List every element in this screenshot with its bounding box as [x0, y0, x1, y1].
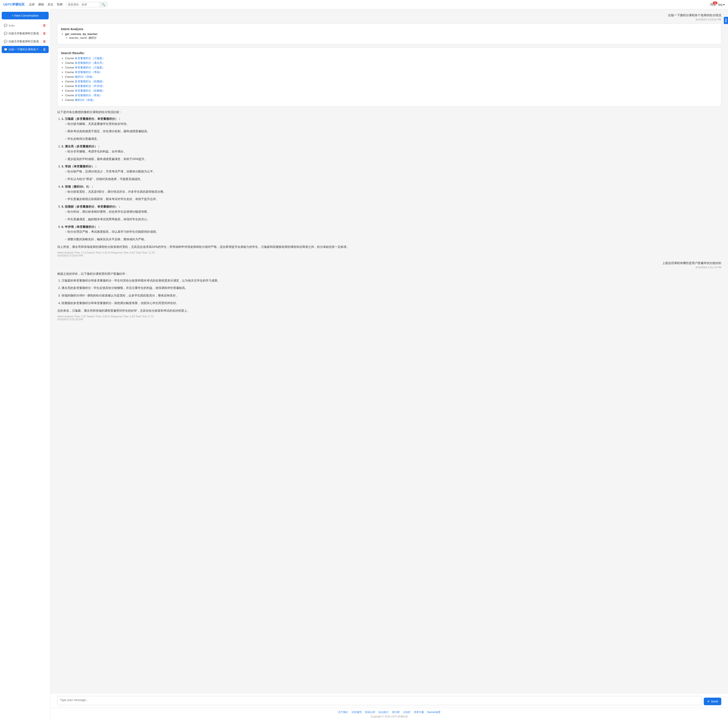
- teacher-point: 给分积动，调分标准相对透明，但也有学生反馈调分幅度有限。: [65, 209, 721, 214]
- ai-teachers-list: 1. 汪璇庭（多变量微积分、单变量微积分）：给分较为慷慨，尤其是重修学生受到友好…: [57, 116, 721, 242]
- search-input[interactable]: [66, 2, 100, 7]
- intent-card-function: get_courses_by_teacher: teacher_name: 微积…: [65, 32, 718, 40]
- send-button[interactable]: ✈ Send: [704, 698, 721, 705]
- course-list-item: Course 多变量微积分（段雅丽）: [65, 79, 718, 83]
- chat-icon-3: 💬: [4, 40, 8, 43]
- ai-response-1-timing: Intent Analysis Time: 2.13 Search Time: …: [57, 251, 721, 254]
- ai-summary: 综上所述，潘永亮和张瑞老师的课程给分政策相对宽松，尤其适合追求高GPA的学生；而…: [57, 244, 721, 249]
- teacher-point: 给分较为慷慨，尤其是重修学生受到友好对待。: [65, 122, 721, 127]
- delete-conv-3[interactable]: 🗑: [42, 40, 47, 43]
- input-area: ✈ Send: [50, 693, 728, 708]
- user-message-2-text: 上面这些课程有哪些是用户普遍评价比较好的: [662, 261, 721, 265]
- send-icon: ✈: [707, 700, 710, 703]
- course-link[interactable]: 单变量微积分（申伊境）: [75, 84, 105, 88]
- search-bar: 🔍: [66, 2, 107, 7]
- intent-card-title: Intent Analysis: [61, 27, 718, 31]
- intent-analysis-card: Intent Analysis get_courses_by_teacher: …: [57, 24, 721, 44]
- footer-link-item[interactable]: 公告栏: [403, 710, 411, 714]
- messages-button[interactable]: 消息 30: [710, 3, 716, 6]
- ai-response-2-timing: Intent Analysis Time: 2.97 Search Time: …: [57, 315, 721, 318]
- nav-kecheng[interactable]: 课程: [38, 3, 44, 6]
- popular-course-item: 汪璇庭的单变量微积分和多变量微积分 - 学生对其给分政策和期末考试的友善程度表示…: [61, 278, 721, 283]
- search-results-title: Search Results:: [61, 51, 718, 55]
- teacher-list-item: 5. 段雅丽（多变量微积分、单变量微积分）：给分积动，调分标准相对透明，但也有学…: [61, 204, 721, 222]
- course-link[interactable]: 多变量微积分（李娟）: [75, 94, 102, 97]
- ai-response-1-time: 9/14/2024, 6:29:43 PM: [57, 254, 721, 257]
- course-link[interactable]: 单变量微积分（李娟）: [75, 70, 102, 74]
- conversation-item-1[interactable]: 💬 1+1= 🗑: [2, 22, 49, 29]
- ai-response-2: 根据之前的评价，以下微积分课程受到用户普遍好评： 汪璇庭的单变量微积分和多变量微…: [57, 272, 721, 313]
- course-link[interactable]: 单变量微积分（段雅丽）: [75, 89, 105, 92]
- footer-link-item[interactable]: 培养方案: [414, 710, 424, 714]
- delete-conv-2[interactable]: 🗑: [42, 32, 47, 35]
- delete-conv-4[interactable]: 🗑: [42, 47, 47, 51]
- brand[interactable]: USTC评课社区: [3, 3, 24, 6]
- new-conversation-button[interactable]: + New Conversation: [2, 12, 49, 19]
- teacher-list-item: 1. 汪璇庭（多变量微积分、单变量微积分）：给分较为慷慨，尤其是重修学生受到友好…: [61, 116, 721, 142]
- footer-link-item[interactable]: 排行榜: [392, 710, 399, 714]
- ai-response-2-time: 9/14/2024, 6:31:20 PM: [57, 318, 721, 321]
- user-menu[interactable]: boj ▾: [718, 3, 725, 6]
- chat-icon-4: 💬: [4, 48, 8, 51]
- course-link[interactable]: 微积分I（张瑞）: [75, 75, 95, 78]
- footer-link-item[interactable]: Banner设置: [427, 710, 440, 714]
- course-list-item: Course 单变量微积分（李娟）: [65, 70, 718, 74]
- footer-link-item[interactable]: 投诉点评: [365, 710, 375, 714]
- conversation-item-4[interactable]: 💬 比较一下微积分课程各个老师... 🗑: [2, 46, 49, 53]
- nav-links: 点评 课程 关注 导师: [29, 3, 63, 6]
- footer-link-item[interactable]: 社区规范: [352, 710, 362, 714]
- delete-conv-1[interactable]: 🗑: [42, 24, 47, 27]
- user-message-2-time: 9/14/2024, 6:31:15 PM: [57, 266, 721, 269]
- course-list-item: Course 多变量微积分（汪璇庭）: [65, 57, 718, 60]
- nav-daoshi[interactable]: 导师: [57, 3, 63, 6]
- teacher-point: 学生认为给分"厚道"，但相对其他老师，可能更具挑战性。: [65, 177, 721, 182]
- course-link[interactable]: 多变量微积分（潘永亮）: [75, 61, 105, 64]
- teacher-point: 期末考试虽然难度不固定，存在调分机制，最终成绩普遍较高。: [65, 129, 721, 134]
- teacher-point: 给分较严格，且调分情况少，尽管考试严谨，但整体分配较为公平。: [65, 169, 721, 174]
- course-list-item: Course 多变量微积分（潘永亮）: [65, 61, 718, 65]
- course-link[interactable]: 微积分II（张瑞）: [75, 98, 95, 101]
- footer-link-item[interactable]: 关于我们: [338, 710, 348, 714]
- teacher-list-item: 6. 申伊境（单变量微积分）：给分合理且严格，考试难度较高，但认真学习的学生仍能…: [61, 225, 721, 242]
- conv-text-1: 1+1=: [9, 24, 15, 27]
- footer-link-item[interactable]: 站点统计: [379, 710, 388, 714]
- course-list-item: Course 单变量微积分（汪璇庭）: [65, 66, 718, 69]
- footer: 关于我们社区规范投诉点评站点统计排行榜公告栏培养方案Banner设置 Copyr…: [50, 708, 728, 721]
- conversation-item-2[interactable]: 💬 比较王作勤老师和王新茂老师... 🗑: [2, 30, 49, 37]
- teacher-point: 学生普遍满意，她的期末考试优秀率较高，体现对学生的关心。: [65, 217, 721, 222]
- nav-guanzhu[interactable]: 关注: [47, 3, 53, 6]
- main-layout: + New Conversation 💬 1+1= 🗑 💬 比较王作勤老师和王新…: [0, 9, 728, 721]
- fdi-badge[interactable]: FDI: [724, 17, 728, 24]
- user-message-1-text: 比较一下微积分课程各个老师的给分情况: [668, 14, 721, 17]
- course-link[interactable]: 多变量微积分（汪璇庭）: [75, 57, 105, 60]
- teacher-list-item: 4. 张瑞（微积分I、II）：给分政策宽松，尤其是II部分，调分情况存在，许多学…: [61, 184, 721, 202]
- teacher-point: 学生普遍反映绩点容易获得，期末考试对学生友好，有助于提升总评。: [65, 197, 721, 202]
- course-link[interactable]: 单变量微积分（汪璇庭）: [75, 66, 105, 69]
- intent-card-list: get_courses_by_teacher: teacher_name: 微积…: [61, 32, 718, 40]
- search-button[interactable]: 🔍: [100, 2, 107, 7]
- nav-dianping[interactable]: 点评: [29, 3, 35, 6]
- teacher-point: 给分非常慷慨，考虑学生的利益，合作调分。: [65, 149, 721, 154]
- sidebar: + New Conversation 💬 1+1= 🗑 💬 比较王作勤老师和王新…: [0, 9, 50, 721]
- content: 比较一下微积分课程各个老师的给分情况 9/14/2024, 6:29:32 PM…: [50, 9, 728, 721]
- user-label: boj: [718, 3, 722, 6]
- conversation-item-3[interactable]: 💬 比较王作勤老师和王新茂老师... 🗑: [2, 38, 49, 45]
- course-link[interactable]: 多变量微积分（段雅丽）: [75, 80, 105, 83]
- popular-course-item: 段雅丽的多变量微积分和单变量微积分 - 虽然调分幅度有限，但因关心学生而受到评价…: [61, 301, 721, 306]
- chat-icon-1: 💬: [4, 24, 8, 27]
- user-message-2-block: 上面这些课程有哪些是用户普遍评价比较好的 9/14/2024, 6:31:15 …: [57, 261, 721, 269]
- course-list-item: Course 单变量微积分（申伊境）: [65, 84, 718, 88]
- ai-items-list: 汪璇庭的单变量微积分和多变量微积分 - 学生对其给分政策和期末考试的友善程度表示…: [57, 278, 721, 306]
- teacher-point: 逐步提高的平时成绩，最终成绩普遍满意，有助于GPA提升。: [65, 157, 721, 162]
- user-message-1: 比较一下微积分课程各个老师的给分情况: [57, 14, 721, 17]
- ai-response-1-intro: 以下是对各位教授的微积分课程的给分情况比较：: [57, 110, 721, 115]
- message-input[interactable]: [57, 696, 702, 705]
- footer-links: 关于我们社区规范投诉点评站点统计排行榜公告栏培养方案Banner设置: [57, 710, 721, 714]
- teacher-list-item: 3. 李娟（单变量微积分）：给分较严格，且调分情况少，尽管考试严谨，但整体分配较…: [61, 164, 721, 182]
- user-message-1-time: 9/14/2024, 6:29:32 PM: [57, 18, 721, 21]
- ai-conclusion: 总的来说，汪璇庭、潘永亮和张瑞的课程普遍受到学生的好评，尤其在给分政策和考试的友…: [57, 308, 721, 313]
- nav-right: 消息 30 boj ▾: [710, 3, 725, 6]
- teacher-point: 给分政策宽松，尤其是II部分，调分情况存在，许多学生因此获得较高分数。: [65, 189, 721, 194]
- chat-area: 比较一下微积分课程各个老师的给分情况 9/14/2024, 6:29:32 PM…: [50, 9, 728, 693]
- ai-response-1: 以下是对各位教授的微积分课程的给分情况比较： 1. 汪璇庭（多变量微积分、单变量…: [57, 110, 721, 249]
